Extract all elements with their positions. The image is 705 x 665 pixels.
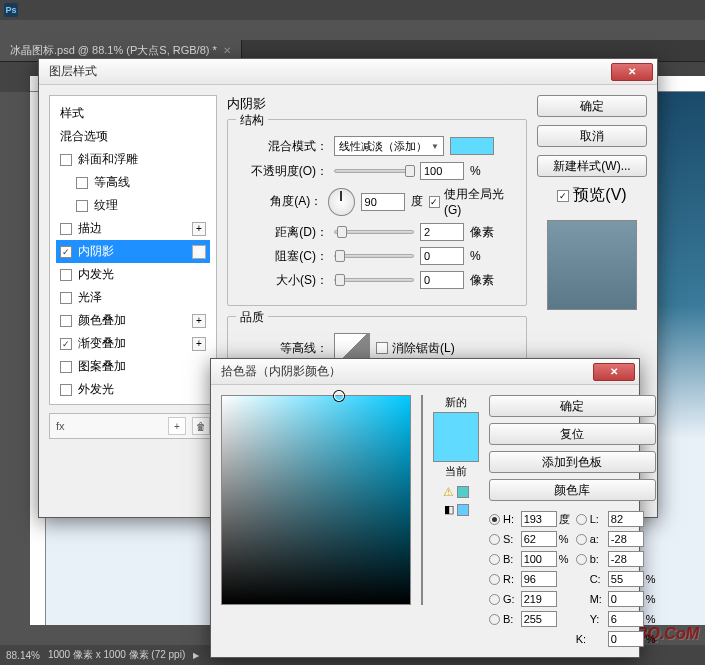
style-item[interactable]: 颜色叠加+ bbox=[56, 309, 210, 332]
blend-options[interactable]: 混合选项 bbox=[56, 125, 210, 148]
menu-bar[interactable] bbox=[0, 20, 705, 40]
add-effect-icon[interactable]: + bbox=[192, 337, 206, 351]
style-item[interactable]: ✓投影+ bbox=[56, 401, 210, 405]
ok-button[interactable]: 确定 bbox=[537, 95, 647, 117]
size-slider[interactable] bbox=[334, 278, 414, 282]
style-checkbox[interactable] bbox=[60, 384, 72, 396]
style-label: 渐变叠加 bbox=[78, 335, 126, 352]
style-item[interactable]: 描边+ bbox=[56, 217, 210, 240]
add-effect-icon[interactable]: + bbox=[192, 222, 206, 236]
channel-radio[interactable] bbox=[489, 514, 500, 525]
channel-radio[interactable] bbox=[489, 534, 500, 545]
hue-slider[interactable] bbox=[421, 395, 423, 605]
channel-input[interactable] bbox=[521, 551, 557, 567]
style-checkbox[interactable]: ✓ bbox=[60, 338, 72, 350]
channel-radio[interactable] bbox=[489, 594, 500, 605]
gamut-swatch[interactable] bbox=[457, 486, 469, 498]
channel-input[interactable] bbox=[608, 611, 644, 627]
channel-radio[interactable] bbox=[576, 534, 587, 545]
style-label: 图案叠加 bbox=[78, 358, 126, 375]
antialias-checkbox[interactable]: 消除锯齿(L) bbox=[376, 340, 455, 357]
channel-input[interactable] bbox=[608, 551, 644, 567]
style-checkbox[interactable] bbox=[60, 154, 72, 166]
channel-input[interactable] bbox=[521, 571, 557, 587]
channel-input[interactable] bbox=[521, 531, 557, 547]
style-checkbox[interactable] bbox=[60, 315, 72, 327]
preview-thumbnail bbox=[547, 220, 637, 310]
style-checkbox[interactable] bbox=[60, 292, 72, 304]
channel-input[interactable] bbox=[521, 611, 557, 627]
channel-input[interactable] bbox=[608, 591, 644, 607]
styles-list: 样式 混合选项 斜面和浮雕等高线纹理描边+✓内阴影+内发光光泽颜色叠加+✓渐变叠… bbox=[49, 95, 217, 405]
distance-slider[interactable] bbox=[334, 230, 414, 234]
style-checkbox[interactable] bbox=[60, 223, 72, 235]
current-label: 当前 bbox=[445, 464, 467, 479]
distance-input[interactable] bbox=[420, 223, 464, 241]
websafe-warning-icon[interactable]: ◧ bbox=[444, 503, 454, 516]
channel-radio[interactable] bbox=[576, 554, 587, 565]
style-item[interactable]: 外发光 bbox=[56, 378, 210, 401]
channel-input[interactable] bbox=[521, 511, 557, 527]
angle-label: 角度(A)： bbox=[238, 193, 322, 210]
opacity-input[interactable] bbox=[420, 162, 464, 180]
contour-label: 等高线： bbox=[238, 340, 328, 357]
channel-radio[interactable] bbox=[489, 554, 500, 565]
cancel-button[interactable]: 取消 bbox=[537, 125, 647, 147]
style-subitem[interactable]: 等高线 bbox=[56, 171, 210, 194]
style-checkbox[interactable] bbox=[76, 177, 88, 189]
close-icon[interactable]: ✕ bbox=[223, 45, 231, 56]
add-effect-icon[interactable]: + bbox=[192, 245, 206, 259]
new-current-swatch[interactable] bbox=[433, 412, 479, 462]
style-checkbox[interactable] bbox=[76, 200, 88, 212]
channel-input[interactable] bbox=[608, 531, 644, 547]
style-checkbox[interactable] bbox=[60, 269, 72, 281]
close-button[interactable]: ✕ bbox=[611, 63, 653, 81]
add-swatch-button[interactable]: 添加到色板 bbox=[489, 451, 656, 473]
tab-title: 冰晶图标.psd @ 88.1% (P大点S, RGB/8) * bbox=[10, 43, 217, 58]
fx-add-icon[interactable]: + bbox=[168, 417, 186, 435]
toolbox[interactable] bbox=[0, 92, 30, 665]
ok-button[interactable]: 确定 bbox=[489, 395, 656, 417]
new-style-button[interactable]: 新建样式(W)... bbox=[537, 155, 647, 177]
channel-input[interactable] bbox=[521, 591, 557, 607]
choke-slider[interactable] bbox=[334, 254, 414, 258]
angle-input[interactable] bbox=[361, 193, 405, 211]
style-item[interactable]: 斜面和浮雕 bbox=[56, 148, 210, 171]
style-checkbox[interactable]: ✓ bbox=[60, 246, 72, 258]
styles-header[interactable]: 样式 bbox=[56, 102, 210, 125]
close-button[interactable]: ✕ bbox=[593, 363, 635, 381]
shadow-color-swatch[interactable] bbox=[450, 137, 494, 155]
channel-input[interactable] bbox=[608, 631, 644, 647]
fx-delete-icon[interactable]: 🗑 bbox=[192, 417, 210, 435]
angle-dial[interactable] bbox=[328, 188, 354, 216]
choke-input[interactable] bbox=[420, 247, 464, 265]
style-item[interactable]: ✓内阴影+ bbox=[56, 240, 210, 263]
preview-checkbox[interactable]: ✓预览(V) bbox=[537, 185, 647, 206]
opacity-slider[interactable] bbox=[334, 169, 414, 173]
style-item[interactable]: 光泽 bbox=[56, 286, 210, 309]
zoom-level[interactable]: 88.14% bbox=[6, 650, 40, 661]
channel-radio[interactable] bbox=[576, 514, 587, 525]
style-item[interactable]: 图案叠加 bbox=[56, 355, 210, 378]
gamut-warning-icon[interactable]: ⚠ bbox=[443, 485, 454, 499]
channel-input[interactable] bbox=[608, 571, 644, 587]
style-item[interactable]: ✓渐变叠加+ bbox=[56, 332, 210, 355]
websafe-swatch[interactable] bbox=[457, 504, 469, 516]
color-field[interactable] bbox=[221, 395, 411, 605]
color-marker[interactable] bbox=[334, 391, 344, 401]
style-subitem[interactable]: 纹理 bbox=[56, 194, 210, 217]
reset-button[interactable]: 复位 bbox=[489, 423, 656, 445]
style-label: 外发光 bbox=[78, 381, 114, 398]
size-input[interactable] bbox=[420, 271, 464, 289]
blend-mode-select[interactable]: 线性减淡（添加）▼ bbox=[334, 136, 444, 156]
channel-input[interactable] bbox=[608, 511, 644, 527]
style-checkbox[interactable] bbox=[60, 361, 72, 373]
color-libraries-button[interactable]: 颜色库 bbox=[489, 479, 656, 501]
global-light-checkbox[interactable]: ✓使用全局光(G) bbox=[429, 186, 516, 217]
style-item[interactable]: 内发光 bbox=[56, 263, 210, 286]
add-effect-icon[interactable]: + bbox=[192, 314, 206, 328]
channel-radio[interactable] bbox=[489, 574, 500, 585]
color-picker-dialog: 拾色器（内阴影颜色） ✕ 新的 当前 ⚠ ◧ 确定 复位 bbox=[210, 358, 640, 658]
structure-group: 结构 bbox=[236, 112, 268, 129]
channel-radio[interactable] bbox=[489, 614, 500, 625]
